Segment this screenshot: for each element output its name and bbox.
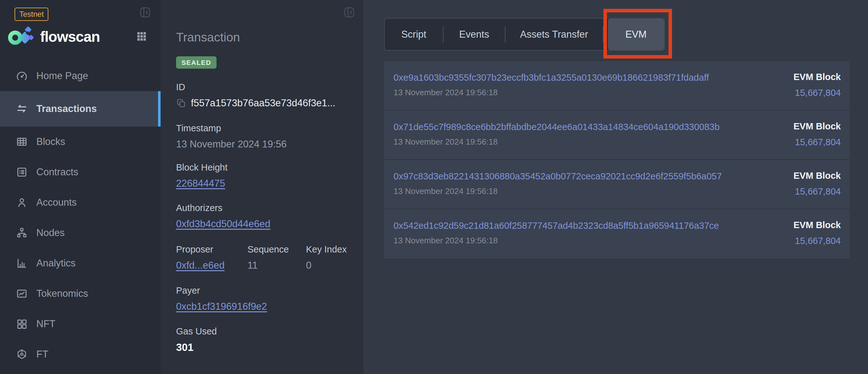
sidebar-item-nodes[interactable]: Nodes bbox=[0, 218, 161, 248]
contract-list-icon bbox=[16, 166, 28, 178]
field-gas-used: Gas Used 301 bbox=[176, 326, 353, 353]
sidebar-item-home-page[interactable]: Home Page bbox=[0, 61, 161, 91]
evm-tx-hash-link[interactable]: 0xe9a1603bc9355fc307b23eccfb3bfc1a3255a0… bbox=[394, 73, 709, 83]
annotation-highlight-box bbox=[603, 9, 672, 59]
sidebar-item-label: Transactions bbox=[36, 103, 97, 115]
sidebar-item-analytics[interactable]: Analytics bbox=[0, 248, 161, 279]
sidebar-item-accounts[interactable]: Accounts bbox=[0, 187, 161, 218]
evm-transaction-row: 0xe9a1603bc9355fc307b23eccfb3bfc1a3255a0… bbox=[384, 61, 850, 110]
evm-block-label: EVM Block bbox=[794, 121, 841, 131]
evm-tx-hash-link[interactable]: 0x71de55c7f989c8ce6bb2bffabdbe2044ee6a01… bbox=[394, 122, 720, 132]
arrows-swap-icon bbox=[16, 103, 28, 115]
evm-tx-hash-link[interactable]: 0x542ed1c92d59c21d81a60f258777457ad4b232… bbox=[394, 221, 719, 231]
panel-collapse-icon bbox=[343, 15, 355, 19]
tab-assets-transfer[interactable]: Assets Transfer bbox=[505, 19, 603, 50]
field-block-height: Block Height 226844475 bbox=[176, 162, 353, 189]
sidebar-item-nft[interactable]: NFT bbox=[0, 309, 161, 339]
flowscan-logo-icon bbox=[8, 26, 34, 48]
evm-block-number-link[interactable]: 15,667,804 bbox=[794, 186, 841, 197]
sequence-value: 11 bbox=[248, 260, 289, 271]
field-label: Timestamp bbox=[176, 123, 353, 134]
evm-tx-timestamp: 13 November 2024 19:56:18 bbox=[394, 137, 498, 147]
sidebar-item-transactions[interactable]: Transactions bbox=[0, 91, 161, 126]
brand[interactable]: flowscan bbox=[8, 26, 100, 48]
sidebar-item-tokenomics[interactable]: Tokenomics bbox=[0, 279, 161, 309]
evm-transactions-list: 0xe9a1603bc9355fc307b23eccfb3bfc1a3255a0… bbox=[384, 61, 850, 259]
field-proposer-group: Proposer 0xfd...e6ed Sequence 11 Key Ind… bbox=[176, 244, 353, 282]
field-authorizers: Authorizers 0xfd3b4cd50d44e6ed bbox=[176, 202, 353, 230]
copy-icon[interactable] bbox=[176, 98, 186, 108]
authorizer-link[interactable]: 0xfd3b4cd50d44e6ed bbox=[176, 218, 270, 229]
evm-block-label: EVM Block bbox=[794, 171, 841, 181]
field-label: Key Index bbox=[306, 244, 347, 255]
org-chart-icon bbox=[16, 227, 28, 239]
detail-collapse-button[interactable] bbox=[343, 6, 355, 18]
gas-used-value: 301 bbox=[176, 342, 353, 353]
sidebar-item-blocks[interactable]: Blocks bbox=[0, 126, 161, 157]
block-height-link[interactable]: 226844475 bbox=[176, 178, 225, 189]
evm-transaction-row: 0x542ed1c92d59c21d81a60f258777457ad4b232… bbox=[384, 209, 850, 259]
evm-tx-timestamp: 13 November 2024 19:56:18 bbox=[394, 186, 498, 196]
field-label: Proposer bbox=[176, 244, 224, 255]
status-badge: SEALED bbox=[176, 56, 217, 69]
evm-block-number-link[interactable]: 15,667,804 bbox=[794, 236, 841, 246]
sidebar-collapse-button[interactable] bbox=[139, 6, 151, 18]
transaction-detail-panel: Transaction SEALED ID f557a1573b76aa53e7… bbox=[161, 0, 363, 374]
sequence-column: Sequence 11 bbox=[248, 244, 289, 271]
evm-tx-timestamp: 13 November 2024 19:56:18 bbox=[394, 88, 498, 97]
network-badge: Testnet bbox=[14, 8, 49, 21]
gauge-icon bbox=[16, 70, 28, 82]
person-icon bbox=[16, 197, 28, 208]
trend-chart-icon bbox=[16, 288, 28, 300]
field-label: Block Height bbox=[176, 162, 353, 173]
evm-block-label: EVM Block bbox=[794, 72, 841, 82]
proposer-link[interactable]: 0xfd...e6ed bbox=[176, 260, 224, 271]
field-timestamp: Timestamp 13 November 2024 19:56 bbox=[176, 123, 353, 150]
sidebar-item-ft[interactable]: FT bbox=[0, 339, 161, 370]
evm-block-label: EVM Block bbox=[794, 220, 841, 230]
sidebar-item-label: Nodes bbox=[36, 227, 65, 238]
table-grid-icon bbox=[16, 136, 28, 148]
sidebar-item-label: FT bbox=[36, 349, 49, 360]
key-index-column: Key Index 0 bbox=[306, 244, 347, 271]
transaction-id-value: f557a1573b76aa53e73d46f3e1... bbox=[191, 97, 335, 109]
sidebar-item-label: Home Page bbox=[36, 70, 88, 82]
cube-icon bbox=[16, 348, 28, 361]
tab-events[interactable]: Events bbox=[443, 19, 505, 50]
brand-name: flowscan bbox=[40, 28, 100, 45]
field-payer: Payer 0xcb1cf3196916f9e2 bbox=[176, 285, 353, 312]
sidebar-nav: Home Page Transactions bbox=[0, 61, 161, 370]
evm-block-number-link[interactable]: 15,667,804 bbox=[794, 137, 841, 147]
proposer-column: Proposer 0xfd...e6ed bbox=[176, 244, 224, 271]
field-label: Authorizers bbox=[176, 202, 353, 213]
sidebar-item-label: Analytics bbox=[36, 258, 75, 269]
sidebar-item-label: Accounts bbox=[36, 197, 77, 208]
evm-transaction-row: 0x97c83d3eb8221431306880a35452a0b0772cec… bbox=[384, 160, 850, 209]
evm-block-number-link[interactable]: 15,667,804 bbox=[794, 88, 841, 98]
sidebar-item-label: Contracts bbox=[36, 167, 79, 178]
field-label: ID bbox=[176, 82, 353, 92]
tab-script[interactable]: Script bbox=[385, 19, 443, 50]
sidebar-item-label: Tokenomics bbox=[36, 288, 88, 299]
key-index-value: 0 bbox=[306, 260, 347, 271]
payer-link[interactable]: 0xcb1cf3196916f9e2 bbox=[176, 301, 267, 312]
evm-transaction-row: 0x71de55c7f989c8ce6bb2bffabdbe2044ee6a01… bbox=[384, 110, 850, 160]
field-id: ID f557a1573b76aa53e73d46f3e1... bbox=[176, 82, 353, 109]
sidebar-item-contracts[interactable]: Contracts bbox=[0, 157, 161, 187]
sidebar-item-label: Blocks bbox=[36, 136, 65, 147]
evm-tx-timestamp: 13 November 2024 19:56:18 bbox=[394, 236, 498, 246]
apps-grid-button[interactable] bbox=[136, 31, 147, 42]
panel-title: Transaction bbox=[176, 30, 240, 44]
evm-tx-hash-link[interactable]: 0x97c83d3eb8221431306880a35452a0b0772cec… bbox=[394, 171, 722, 182]
panel-collapse-icon bbox=[139, 15, 151, 19]
four-squares-icon bbox=[16, 318, 28, 330]
field-label: Gas Used bbox=[176, 326, 353, 337]
field-label: Sequence bbox=[248, 244, 289, 255]
main-content: Script Events Assets Transfer EVM 0xe9a1… bbox=[363, 0, 868, 374]
grid-dots-icon bbox=[136, 38, 147, 43]
sidebar-item-label: NFT bbox=[36, 318, 55, 330]
flowscan-app: Testnet bbox=[0, 0, 868, 374]
timestamp-value: 13 November 2024 19:56 bbox=[176, 139, 353, 150]
bar-chart-icon bbox=[16, 257, 28, 269]
field-label: Payer bbox=[176, 285, 353, 296]
